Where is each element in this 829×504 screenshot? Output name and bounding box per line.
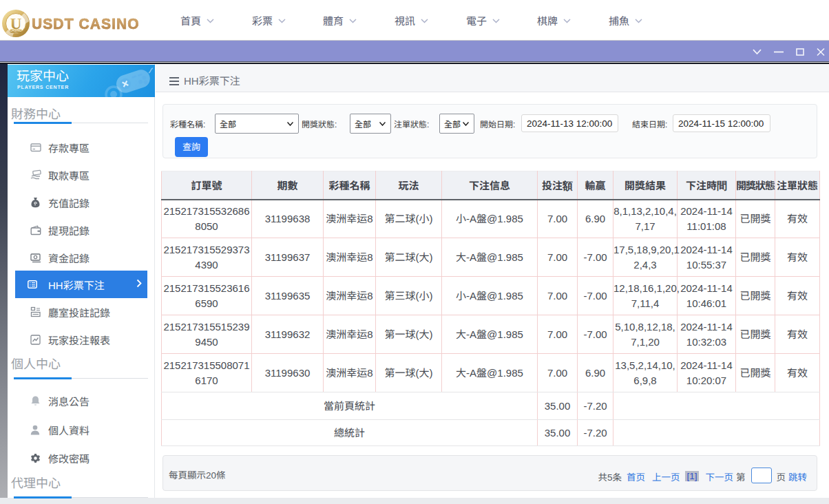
svg-text:CASINO: CASINO: [10, 29, 22, 32]
